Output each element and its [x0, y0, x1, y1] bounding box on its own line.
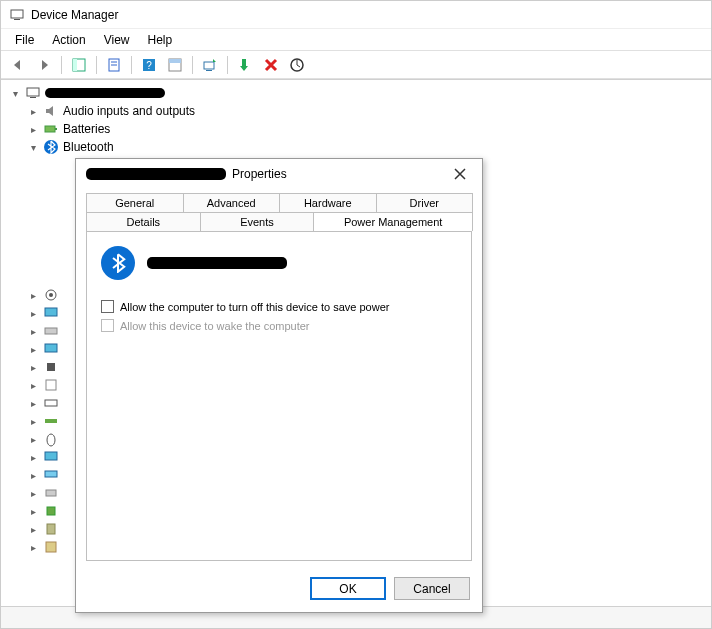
svg-rect-26	[46, 380, 56, 390]
back-button[interactable]	[7, 54, 29, 76]
toolbar: ?	[1, 51, 711, 79]
chevron-down-icon[interactable]: ▾	[9, 87, 21, 99]
properties-button[interactable]	[103, 54, 125, 76]
chevron-right-icon[interactable]: ▸	[27, 433, 39, 445]
svg-rect-15	[27, 88, 39, 96]
security-icon	[43, 521, 59, 537]
memory-icon	[43, 413, 59, 429]
device-manager-icon	[9, 7, 25, 23]
uninstall-device-button[interactable]	[260, 54, 282, 76]
window-title: Device Manager	[31, 8, 118, 22]
tabstrip: General Advanced Hardware Driver Details…	[86, 193, 472, 231]
tree-label: Audio inputs and outputs	[63, 104, 195, 118]
help-button[interactable]: ?	[138, 54, 160, 76]
cpu-icon	[43, 503, 59, 519]
update-driver-button[interactable]	[199, 54, 221, 76]
svg-point-21	[49, 293, 53, 297]
chevron-right-icon[interactable]: ▸	[27, 451, 39, 463]
tab-general[interactable]: General	[86, 193, 184, 212]
menu-view[interactable]: View	[96, 31, 138, 49]
dialog-buttons: OK Cancel	[76, 569, 482, 612]
tab-hardware[interactable]: Hardware	[279, 193, 377, 212]
svg-rect-35	[46, 542, 56, 552]
power-management-panel: Allow the computer to turn off this devi…	[86, 231, 472, 561]
ok-button[interactable]: OK	[310, 577, 386, 600]
view-button[interactable]	[164, 54, 186, 76]
chevron-right-icon[interactable]: ▸	[27, 105, 39, 117]
scan-hardware-button[interactable]	[286, 54, 308, 76]
chevron-right-icon[interactable]: ▸	[27, 397, 39, 409]
chevron-right-icon[interactable]: ▸	[27, 523, 39, 535]
svg-rect-18	[55, 128, 57, 130]
show-hide-tree-button[interactable]	[68, 54, 90, 76]
svg-rect-31	[45, 471, 57, 477]
software-icon	[43, 539, 59, 555]
bluetooth-icon	[43, 139, 59, 155]
chevron-right-icon[interactable]: ▸	[27, 415, 39, 427]
titlebar: Device Manager	[1, 1, 711, 29]
chevron-right-icon[interactable]: ▸	[27, 361, 39, 373]
monitor-icon	[43, 305, 59, 321]
toolbar-separator	[192, 56, 193, 74]
svg-rect-32	[46, 490, 56, 496]
tree-label: Batteries	[63, 122, 110, 136]
tab-events[interactable]: Events	[200, 212, 315, 231]
toolbar-separator	[96, 56, 97, 74]
close-button[interactable]	[448, 162, 472, 186]
chip-icon	[43, 359, 59, 375]
checkbox-row-wake: Allow this device to wake the computer	[101, 319, 457, 332]
menu-action[interactable]: Action	[44, 31, 93, 49]
chevron-right-icon[interactable]: ▸	[27, 541, 39, 553]
display-icon	[43, 341, 59, 357]
printer-icon	[43, 485, 59, 501]
redacted-text	[45, 88, 165, 98]
checkbox-row-turnoff[interactable]: Allow the computer to turn off this devi…	[101, 300, 457, 313]
chevron-right-icon[interactable]: ▸	[27, 505, 39, 517]
svg-text:?: ?	[146, 60, 152, 71]
keyboard-icon	[43, 395, 59, 411]
properties-dialog: Properties General Advanced Hardware Dri…	[75, 158, 483, 613]
svg-rect-11	[204, 62, 214, 69]
chevron-right-icon[interactable]: ▸	[27, 325, 39, 337]
svg-rect-24	[45, 344, 57, 352]
toolbar-separator	[61, 56, 62, 74]
enable-device-button[interactable]	[234, 54, 256, 76]
svg-rect-30	[45, 452, 57, 460]
chevron-down-icon[interactable]: ▾	[27, 141, 39, 153]
dialog-titlebar: Properties	[76, 159, 482, 189]
tree-root-computer[interactable]: ▾	[7, 84, 705, 102]
svg-rect-25	[47, 363, 55, 371]
bluetooth-icon	[101, 246, 135, 280]
chevron-right-icon[interactable]: ▸	[27, 469, 39, 481]
speaker-icon	[43, 103, 59, 119]
tab-advanced[interactable]: Advanced	[183, 193, 281, 212]
chevron-right-icon[interactable]: ▸	[27, 487, 39, 499]
svg-rect-22	[45, 308, 57, 316]
battery-icon	[43, 121, 59, 137]
menubar: File Action View Help	[1, 29, 711, 51]
disk-icon	[43, 323, 59, 339]
chevron-right-icon[interactable]: ▸	[27, 343, 39, 355]
cancel-button[interactable]: Cancel	[394, 577, 470, 600]
chevron-right-icon[interactable]: ▸	[27, 289, 39, 301]
svg-rect-33	[47, 507, 55, 515]
menu-file[interactable]: File	[7, 31, 42, 49]
chevron-right-icon[interactable]: ▸	[27, 307, 39, 319]
checkbox-turnoff[interactable]	[101, 300, 114, 313]
tree-node-batteries[interactable]: ▸ Batteries	[7, 120, 705, 138]
chevron-right-icon[interactable]: ▸	[27, 123, 39, 135]
menu-help[interactable]: Help	[140, 31, 181, 49]
chevron-right-icon[interactable]: ▸	[27, 379, 39, 391]
svg-rect-27	[45, 400, 57, 406]
svg-point-29	[47, 434, 55, 446]
svg-rect-0	[11, 10, 23, 18]
redacted-text	[86, 168, 226, 180]
tab-details[interactable]: Details	[86, 212, 201, 231]
tab-driver[interactable]: Driver	[376, 193, 474, 212]
tree-node-bluetooth[interactable]: ▾ Bluetooth	[7, 138, 705, 156]
svg-rect-3	[73, 59, 77, 71]
svg-rect-1	[14, 19, 20, 20]
tab-power-management[interactable]: Power Management	[313, 212, 473, 231]
forward-button[interactable]	[33, 54, 55, 76]
tree-node-audio[interactable]: ▸ Audio inputs and outputs	[7, 102, 705, 120]
